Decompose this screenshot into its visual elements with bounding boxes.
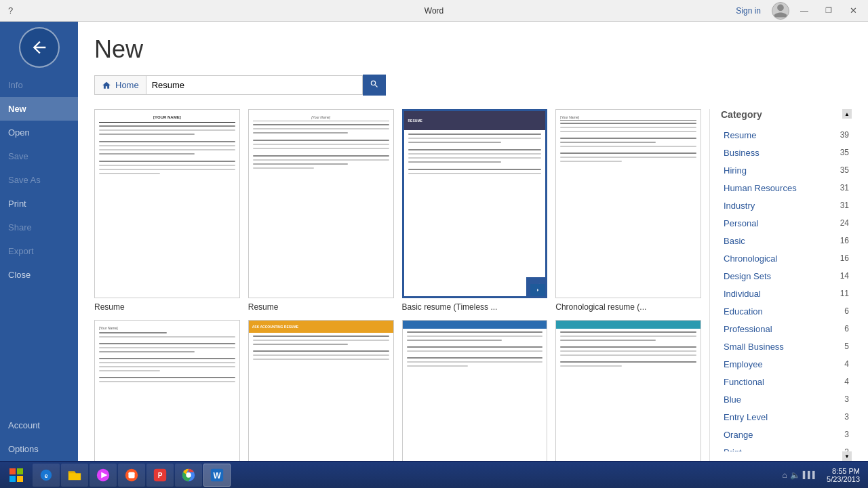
template-name: Resume (248, 302, 394, 312)
category-label: Orange (724, 430, 753, 440)
back-button[interactable] (19, 27, 60, 68)
taskbar-app-ie[interactable]: e (33, 464, 60, 487)
start-button[interactable] (3, 463, 30, 487)
taskbar-app-chrome[interactable] (175, 464, 202, 487)
category-item[interactable]: Functional4 (721, 373, 852, 391)
taskbar-app-word[interactable]: W (203, 464, 231, 487)
tray-icon-2: 🔈 (790, 470, 800, 480)
category-item[interactable]: Orange3 (721, 426, 852, 444)
category-item[interactable]: Human Resources31 (721, 180, 852, 197)
category-count: 39 (840, 130, 849, 140)
category-label: Business (724, 148, 760, 158)
category-count: 6 (844, 324, 849, 334)
sidebar-label-export: Export (8, 246, 34, 256)
category-item[interactable]: Business35 (721, 144, 852, 162)
category-list: Resume39Business35Hiring35Human Resource… (721, 127, 852, 451)
svg-rect-3 (17, 476, 23, 482)
category-item[interactable]: Entry Level3 (721, 409, 852, 426)
category-scroll-down[interactable]: ▼ (842, 451, 852, 461)
category-item[interactable]: Resume39 (721, 127, 852, 144)
category-item[interactable]: Chronological16 (721, 250, 852, 268)
category-label: Functional (724, 377, 764, 387)
title-bar-left: ? (5, 5, 16, 16)
search-input[interactable] (146, 75, 363, 95)
category-item[interactable]: Print3 (721, 444, 852, 451)
category-label: Education (724, 306, 763, 317)
close-button[interactable]: ✕ (844, 3, 863, 18)
doc-preview: [YOUR NAME] (95, 110, 239, 298)
ie-icon: e (39, 468, 54, 483)
template-thumb (402, 320, 548, 461)
template-name: Chronological resume (... (555, 302, 701, 312)
title-bar: ? Word Sign in — ❐ ✕ (0, 0, 868, 22)
category-item[interactable]: Personal24 (721, 215, 852, 232)
category-label: Human Resources (724, 183, 797, 193)
sidebar-item-open[interactable]: Open (0, 121, 78, 144)
svg-text:P: P (158, 471, 163, 479)
category-item[interactable]: Employee4 (721, 356, 852, 373)
templates-area: [YOUR NAME] Resume (94, 109, 852, 461)
sidebar-item-print[interactable]: Print (0, 192, 78, 216)
category-item[interactable]: Blue3 (721, 391, 852, 409)
category-count: 11 (840, 289, 849, 299)
template-item[interactable]: [Your Name] Resume (248, 109, 394, 312)
search-button[interactable] (363, 75, 386, 96)
sidebar-item-share: Share (0, 216, 78, 239)
tray-icon-1: ⌂ (783, 470, 787, 480)
template-item[interactable]: [Your Name] Chronological resume (.. (555, 109, 701, 312)
category-item[interactable]: Design Sets14 (721, 268, 852, 285)
sidebar: Info New Open Save Save As Print Share E… (0, 22, 78, 461)
home-breadcrumb[interactable]: Home (94, 75, 146, 95)
template-item[interactable]: RESUME (402, 109, 548, 312)
taskbar-app-6[interactable]: P (146, 464, 174, 487)
template-item[interactable]: ASK ACCOUNTING RESUME Basic resume (248, 320, 394, 461)
category-count: 4 (844, 377, 849, 387)
category-count: 16 (840, 253, 849, 264)
taskbar-app-explorer[interactable] (61, 464, 88, 487)
sidebar-item-export: Export (0, 239, 78, 263)
category-item[interactable]: Basic16 (721, 232, 852, 250)
category-item[interactable]: Hiring35 (721, 162, 852, 180)
category-item[interactable]: Professional6 (721, 321, 852, 338)
template-item[interactable]: Resume for internal co... (402, 320, 548, 461)
sign-in-link[interactable]: Sign in (736, 6, 761, 16)
category-label: Employee (724, 359, 763, 369)
category-label: Resume (724, 130, 756, 140)
explorer-icon (67, 468, 82, 483)
sidebar-label-options: Options (8, 444, 39, 454)
taskbar-app-media[interactable] (90, 464, 117, 487)
app-body: Info New Open Save Save As Print Share E… (0, 22, 868, 461)
restore-button[interactable]: ❐ (819, 3, 838, 18)
clock-date: 5/23/2013 (827, 475, 860, 483)
category-count: 4 (844, 359, 849, 369)
category-label: Basic (724, 236, 745, 246)
category-item[interactable]: Industry31 (721, 197, 852, 215)
svg-text:e: e (44, 472, 47, 479)
category-item[interactable]: Individual11 (721, 285, 852, 303)
user-avatar[interactable] (772, 2, 789, 20)
minimize-button[interactable]: — (795, 3, 814, 18)
taskbar-clock[interactable]: 8:55 PM 5/23/2013 (821, 467, 865, 483)
sidebar-item-close[interactable]: Close (0, 263, 78, 287)
taskbar-apps: e P W (30, 464, 778, 487)
word-icon: W (210, 468, 224, 483)
template-item[interactable]: [YOUR NAME] Resume (94, 109, 240, 312)
category-label: Professional (724, 324, 772, 334)
template-item[interactable]: [Your Name] Funct (94, 320, 240, 461)
template-name: Resume (94, 302, 240, 312)
template-thumb: [Your Name] (248, 109, 394, 298)
help-icon[interactable]: ? (5, 5, 16, 16)
template-item[interactable]: Functional resume (Min... (555, 320, 701, 461)
home-label: Home (115, 80, 139, 90)
category-scroll-up[interactable]: ▲ (842, 109, 852, 119)
taskbar-app-5[interactable] (118, 464, 145, 487)
category-item[interactable]: Small Business5 (721, 338, 852, 356)
sidebar-item-options[interactable]: Options (0, 437, 78, 461)
category-item[interactable]: Education6 (721, 303, 852, 321)
sidebar-label-save-as: Save As (8, 175, 41, 185)
template-thumb: ASK ACCOUNTING RESUME (248, 320, 394, 461)
sidebar-item-new[interactable]: New (0, 97, 78, 121)
category-label: Individual (724, 289, 761, 299)
sidebar-item-account[interactable]: Account (0, 413, 78, 437)
clock-time: 8:55 PM (832, 467, 860, 475)
